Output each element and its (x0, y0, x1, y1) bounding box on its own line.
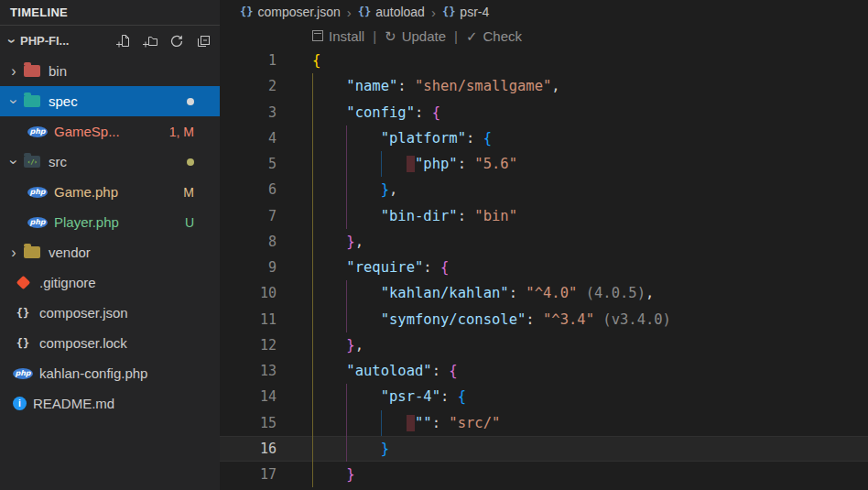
line-content: "php": "5.6" (288, 151, 868, 177)
line-number: 15 (220, 410, 288, 436)
braces-symbol-icon: {} (442, 5, 455, 18)
line-content: "config": { (288, 100, 868, 125)
indent-guide (346, 151, 347, 177)
breadcrumb-item[interactable]: {}autoload (358, 5, 425, 19)
code-line-11[interactable]: 11 "symfony/console": "^3.4" (v3.4.0) (220, 307, 868, 332)
tree-item-readme-md[interactable]: iREADME.md (0, 388, 220, 419)
line-content: }, (288, 177, 868, 202)
tree-item-composer-lock[interactable]: {}composer.lock (0, 328, 220, 358)
codelens-check-link[interactable]: ✓Check (466, 28, 522, 44)
folder-shape (24, 246, 40, 258)
timeline-label: TIMELINE (10, 5, 68, 19)
code-token (312, 259, 346, 276)
code-token: , (551, 78, 559, 94)
indent-guide (312, 462, 313, 487)
git-status-badge: M (183, 185, 194, 200)
codelens-update-link[interactable]: ↻Update (385, 28, 446, 44)
code-token (312, 104, 346, 121)
tree-item-label: composer.json (39, 305, 128, 321)
project-section-header[interactable]: › PHP-FI... (0, 26, 220, 56)
tree-item-vendor[interactable]: ›vendor (0, 237, 220, 267)
line-content: "platform": { (288, 125, 868, 151)
explorer-sidebar: TIMELINE › PHP-FI... ›bin›specphpGameSp (0, 0, 220, 490)
breadcrumb-label: psr-4 (460, 5, 489, 19)
indent-guide (312, 125, 313, 151)
check-icon: ✓ (466, 29, 478, 43)
code-line-3[interactable]: 3 "config": { (220, 100, 868, 125)
line-content: "require": { (288, 255, 868, 280)
code-token: : (440, 388, 458, 405)
folder-shape: ‹/› (24, 156, 40, 168)
new-file-button[interactable] (116, 34, 131, 49)
timeline-section-header[interactable]: TIMELINE (0, 0, 220, 26)
indent-guide (346, 384, 347, 409)
line-number: 5 (220, 151, 288, 177)
code-line-2[interactable]: 2 "name": "shen/smallgame", (220, 73, 868, 99)
refresh-button[interactable] (169, 34, 184, 49)
json-icon: {} (13, 336, 33, 351)
code-token (312, 156, 407, 172)
tree-item-label: .gitignore (39, 275, 96, 290)
php-icon: php (13, 368, 33, 379)
codelens-install-link[interactable]: Install (312, 28, 364, 44)
tree-item--gitignore[interactable]: .gitignore (0, 267, 220, 298)
indent-guide (312, 280, 313, 306)
code-line-9[interactable]: 9 "require": { (220, 255, 868, 280)
editor-pane: {}composer.json›{}autoload›{}psr-4 Insta… (220, 0, 868, 490)
breadcrumb-item[interactable]: {}psr-4 (442, 5, 489, 19)
code-line-6[interactable]: 6 }, (220, 177, 868, 202)
code-line-8[interactable]: 8 }, (220, 229, 868, 255)
code-line-13[interactable]: 13 "autoload": { (220, 358, 868, 384)
code-line-16[interactable]: 16 } (220, 436, 868, 462)
tree-item-label: spec (49, 93, 78, 109)
row-decorations: U (185, 215, 194, 230)
code-line-15[interactable]: 15 "": "src/" (220, 410, 868, 436)
code-line-4[interactable]: 4 "platform": { (220, 125, 868, 151)
code-line-10[interactable]: 10 "kahlan/kahlan": "^4.0" (4.0.5), (220, 280, 868, 306)
breadcrumb: {}composer.json›{}autoload›{}psr-4 (220, 0, 868, 24)
line-content: }, (288, 332, 868, 358)
code-token: } (381, 181, 389, 198)
tree-item-gamesp-[interactable]: phpGameSp...1, M (0, 116, 220, 147)
code-line-1[interactable]: 1{ (220, 48, 868, 73)
tree-item-label: GameSp... (54, 124, 120, 139)
code-token: { (440, 259, 449, 276)
tree-item-bin[interactable]: ›bin (0, 56, 220, 86)
tree-item-spec[interactable]: ›spec (0, 86, 220, 116)
line-number: 16 (220, 436, 288, 462)
tree-item-game-php[interactable]: phpGame.phpM (0, 177, 220, 207)
code-token: "php" (415, 156, 458, 172)
code-line-14[interactable]: 14 "psr-4": { (220, 384, 868, 409)
line-content: "psr-4": { (288, 384, 868, 409)
breadcrumb-label: autoload (375, 5, 425, 19)
line-number: 8 (220, 229, 288, 255)
code-token: "autoload" (346, 363, 431, 379)
code-line-12[interactable]: 12 }, (220, 332, 868, 358)
breadcrumb-label: composer.json (257, 5, 340, 19)
code-token: "bin" (474, 208, 517, 224)
code-line-17[interactable]: 17 } (220, 462, 868, 487)
folder-shape (24, 95, 40, 107)
code-token: , (355, 234, 363, 250)
tree-item-src[interactable]: ›‹/›src (0, 147, 220, 177)
code-token: "bin-dir" (381, 208, 458, 224)
new-folder-button[interactable] (143, 34, 157, 49)
code-line-5[interactable]: 5 "php": "5.6" (220, 151, 868, 177)
modified-dot-indicator (187, 98, 194, 105)
code-token: "kahlan/kahlan" (381, 285, 509, 301)
line-content: "kahlan/kahlan": "^4.0" (4.0.5), (288, 280, 868, 306)
git-diamond-shape (16, 276, 30, 290)
tree-item-composer-json[interactable]: {}composer.json (0, 298, 220, 328)
tree-item-kahlan-config-php[interactable]: phpkahlan-config.php (0, 358, 220, 388)
code-line-7[interactable]: 7 "bin-dir": "bin" (220, 203, 868, 229)
tree-item-player-php[interactable]: phpPlayer.phpU (0, 207, 220, 237)
php-icon: php (27, 217, 48, 228)
collapse-all-button[interactable] (196, 34, 211, 49)
indent-guide (312, 307, 313, 332)
row-decorations: M (183, 185, 194, 200)
row-decorations (187, 158, 194, 166)
breadcrumb-item[interactable]: {}composer.json (240, 5, 341, 19)
indent-guide (312, 151, 313, 177)
chevron-down-icon: › (5, 154, 22, 170)
indent-guide (312, 229, 313, 255)
